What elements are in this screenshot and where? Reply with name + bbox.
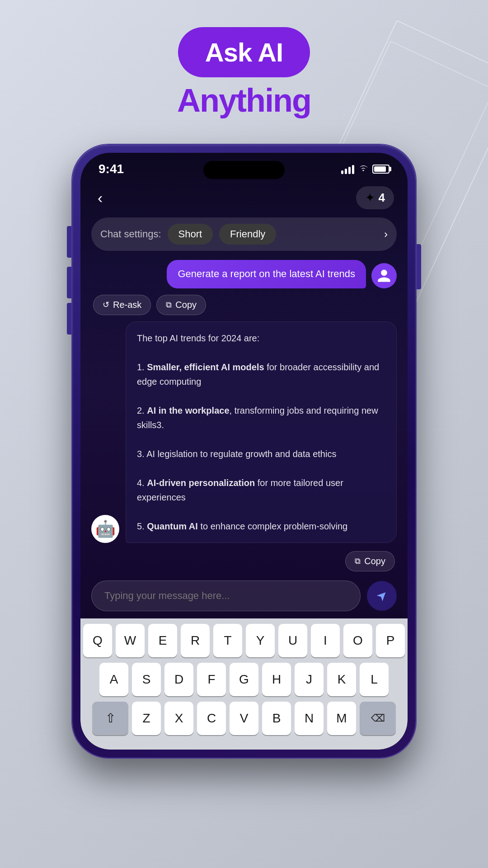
user-message-bubble: Generate a report on the latest AI trend… <box>167 260 366 288</box>
signal-bar-4 <box>352 165 354 174</box>
key-delete[interactable]: ⌫ <box>360 702 396 735</box>
keyboard: Q W E R T Y U I O P A S D F G H <box>80 618 408 750</box>
battery-icon <box>372 165 389 174</box>
status-icons <box>341 163 389 175</box>
signal-bar-3 <box>348 167 351 174</box>
chat-area: Generate a report on the latest AI trend… <box>80 260 408 571</box>
phone-screen: 9:41 <box>80 153 408 750</box>
phone-wrapper: 9:41 <box>72 145 416 758</box>
key-shift[interactable]: ⇧ <box>92 702 128 735</box>
key-a[interactable]: A <box>99 663 128 696</box>
signal-bars-icon <box>341 164 354 174</box>
key-c[interactable]: C <box>197 702 226 735</box>
dynamic-island <box>203 161 285 179</box>
ask-ai-text: Ask AI <box>205 38 283 67</box>
key-o[interactable]: O <box>343 624 372 657</box>
ai-message-row: 🤖 The top AI trends for 2024 are: 1. Sma… <box>91 321 397 543</box>
key-j[interactable]: J <box>295 663 324 696</box>
signal-bar-2 <box>345 169 347 174</box>
key-e[interactable]: E <box>148 624 177 657</box>
chat-settings-bar[interactable]: Chat settings: Short Friendly › <box>91 217 397 251</box>
key-k[interactable]: K <box>327 663 356 696</box>
back-button[interactable]: ‹ <box>94 185 106 210</box>
key-h[interactable]: H <box>262 663 291 696</box>
action-buttons-row: ↺ Re-ask ⧉ Copy <box>91 295 397 315</box>
signal-bar-1 <box>341 170 343 174</box>
settings-chip-friendly[interactable]: Friendly <box>219 224 276 245</box>
send-button[interactable]: ➤ <box>367 581 397 611</box>
status-time: 9:41 <box>99 162 124 176</box>
copy-btn-row: ⧉ Copy <box>91 551 397 571</box>
sparkle-icon: ✦ <box>365 191 375 205</box>
ai-item-2: 2. AI in the workplace, transforming job… <box>137 406 378 430</box>
key-z[interactable]: Z <box>132 702 161 735</box>
key-u[interactable]: U <box>278 624 307 657</box>
user-message-row: Generate a report on the latest AI trend… <box>91 260 397 288</box>
send-icon: ➤ <box>373 587 391 605</box>
copy-message-button[interactable]: ⧉ Copy <box>156 295 206 315</box>
key-x[interactable]: X <box>164 702 193 735</box>
key-f[interactable]: F <box>197 663 226 696</box>
input-area: ➤ <box>91 580 397 611</box>
copy-response-button[interactable]: ⧉ Copy <box>345 551 395 571</box>
key-w[interactable]: W <box>116 624 145 657</box>
settings-label: Chat settings: <box>100 228 161 240</box>
ai-avatar: 🤖 <box>91 515 119 543</box>
copy-label: Copy <box>175 300 197 310</box>
ai-item-4: 4. AI-driven personalization for more ta… <box>137 478 343 502</box>
key-s[interactable]: S <box>132 663 161 696</box>
key-q[interactable]: Q <box>83 624 112 657</box>
anything-text: Anything <box>177 82 311 119</box>
key-i[interactable]: I <box>311 624 340 657</box>
phone-outer: 9:41 <box>72 145 416 758</box>
key-m[interactable]: M <box>327 702 356 735</box>
key-d[interactable]: D <box>164 663 193 696</box>
reask-label: Re-ask <box>113 300 141 310</box>
key-b[interactable]: B <box>262 702 291 735</box>
key-n[interactable]: N <box>295 702 324 735</box>
reask-button[interactable]: ↺ Re-ask <box>93 295 151 315</box>
ai-message-text: The top AI trends for 2024 are: 1. Small… <box>137 331 385 533</box>
user-message-text: Generate a report on the latest AI trend… <box>178 268 355 279</box>
copy-response-icon: ⧉ <box>355 557 361 566</box>
status-bar: 9:41 <box>80 153 408 181</box>
battery-fill <box>374 166 386 172</box>
reask-icon: ↺ <box>103 300 109 310</box>
keyboard-row-1: Q W E R T Y U I O P <box>83 624 405 657</box>
copy-icon: ⧉ <box>166 300 172 310</box>
user-avatar <box>371 263 397 288</box>
ai-intro: The top AI trends for 2024 are: <box>137 333 259 343</box>
settings-chip-short[interactable]: Short <box>168 224 213 245</box>
copy-response-label: Copy <box>364 556 385 566</box>
top-nav: ‹ ✦ 4 <box>80 181 408 217</box>
credits-count: 4 <box>379 191 385 205</box>
ask-ai-badge: Ask AI <box>178 27 310 77</box>
message-input[interactable] <box>91 580 361 611</box>
ai-item-1: 1. Smaller, efficient AI models for broa… <box>137 362 379 387</box>
ai-message-bubble: The top AI trends for 2024 are: 1. Small… <box>126 321 397 543</box>
key-t[interactable]: T <box>213 624 242 657</box>
key-l[interactable]: L <box>360 663 389 696</box>
keyboard-row-2: A S D F G H J K L <box>83 663 405 696</box>
key-p[interactable]: P <box>376 624 405 657</box>
key-r[interactable]: R <box>181 624 210 657</box>
key-g[interactable]: G <box>230 663 258 696</box>
key-y[interactable]: Y <box>246 624 275 657</box>
key-v[interactable]: V <box>230 702 258 735</box>
credits-badge[interactable]: ✦ 4 <box>356 186 394 209</box>
settings-arrow-icon[interactable]: › <box>384 228 388 241</box>
user-avatar-icon <box>376 268 392 283</box>
header-section: Ask AI Anything <box>0 27 488 119</box>
ai-item-3: 3. AI legislation to regulate growth and… <box>137 449 336 459</box>
ai-item-5: 5. Quantum AI to enhance complex problem… <box>137 521 347 531</box>
wifi-icon <box>358 163 369 175</box>
keyboard-row-3: ⇧ Z X C V B N M ⌫ <box>83 702 405 735</box>
